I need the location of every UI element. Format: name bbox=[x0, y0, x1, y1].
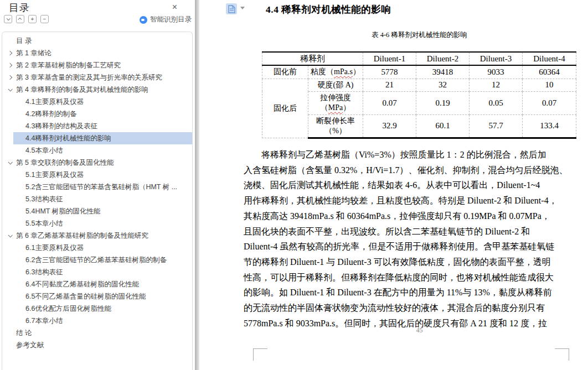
col-header: Diluent-3 bbox=[470, 52, 523, 65]
toc-item-label: 5.3结构表征 bbox=[2, 195, 63, 204]
toc-item[interactable]: 6.6优化配方后固化树脂性能 bbox=[2, 303, 192, 315]
toc-item-label: 5.2含三官能团链节的苯基含氢硅树脂（HMT 树 ... bbox=[2, 183, 177, 192]
value-cell: 0.07 bbox=[363, 91, 416, 114]
paragraph-line: 的无流动性的半固体膏状物变为流动性较好的液体，其混合后的黏度分别只有 bbox=[244, 300, 588, 316]
toc-item[interactable]: 6.5不同乙烯基含量的硅树脂的固化性能 bbox=[2, 290, 192, 303]
toc-item-label: 4.5本章小结 bbox=[2, 146, 63, 155]
toc-item[interactable]: 5.3结构表征 bbox=[2, 193, 192, 205]
toc-item[interactable]: 6.4不同黏度乙烯基硅树脂的固化性能 bbox=[2, 278, 192, 290]
page-number: 45 bbox=[244, 326, 588, 335]
value-cell: 0.05 bbox=[470, 91, 523, 114]
paragraph-line: 节的稀释剂 Diluent-1 与 Diluent-3 可以有效降低粘度，固化物… bbox=[244, 254, 588, 270]
stage-cell: 固化前 bbox=[262, 65, 308, 79]
toc-item[interactable]: 4.2稀释剂的制备 bbox=[2, 108, 192, 120]
toc-item-label: 第 5 章交联剂的制备及固化性能 bbox=[2, 158, 114, 168]
paragraph-line: 且固化块的表面不平整，出现波纹。所以含二苯基硅氧链节的 Diluent-2 和 bbox=[244, 224, 588, 239]
toc-item[interactable]: 目 录 bbox=[2, 35, 192, 47]
toc-item-label: 结 论 bbox=[2, 329, 32, 338]
smart-toc-label: 智能识别目录 bbox=[150, 15, 192, 24]
table-row: 拉伸强度 （MPa） 0.07 0.19 0.05 0.07 bbox=[262, 91, 576, 114]
toc-item[interactable]: 第 1 章绪论 bbox=[2, 47, 192, 59]
value-cell: 32 bbox=[416, 79, 470, 91]
value-cell: 60.1 bbox=[416, 114, 470, 138]
app-window: 目录 × + − 智能识别目录 目 录第 1 章绪论第 2 章苯基硅树脂的制备工… bbox=[0, 0, 588, 370]
toc-item-label: 第 2 章苯基硅树脂的制备工艺研究 bbox=[2, 61, 121, 70]
property-cell: 断裂伸长率 （%） bbox=[308, 114, 363, 138]
col-header: Diluent-2 bbox=[416, 52, 470, 65]
toc-item[interactable]: 4.5本章小结 bbox=[2, 144, 192, 157]
toc-item[interactable]: 5.1主要原料及仪器 bbox=[2, 169, 192, 181]
toc-item-label: 目 录 bbox=[2, 37, 32, 46]
table-row: 固化后 硬度(邵 A) 21 32 12 10 bbox=[262, 79, 576, 91]
property-cell: 拉伸强度 （MPa） bbox=[308, 91, 363, 114]
document-outline-icon bbox=[226, 3, 237, 14]
value-cell: 32.9 bbox=[363, 114, 416, 138]
toc-item[interactable]: 4.4稀释剂对机械性能的影响 bbox=[13, 132, 192, 144]
value-cell: 10 bbox=[523, 79, 576, 91]
toc-item-label: 6.7本章小结 bbox=[2, 316, 63, 326]
toc-item[interactable]: 6.7本章小结 bbox=[2, 315, 192, 327]
value-cell: 21 bbox=[363, 79, 416, 91]
toc-sidebar: 目录 × + − 智能识别目录 目 录第 1 章绪论第 2 章苯基硅树脂的制备工… bbox=[0, 0, 195, 370]
expand-level-button[interactable] bbox=[16, 15, 24, 23]
toc-item[interactable]: 6.2含三官能团链节的乙烯基苯基硅树脂的制备 bbox=[2, 254, 192, 266]
chevron-down-icon bbox=[240, 7, 245, 9]
value-cell: 133.4 bbox=[523, 114, 576, 138]
chevron-down-icon bbox=[7, 17, 11, 20]
toc-item[interactable]: 第 6 章乙烯基苯基硅树脂的制备及性能研究 bbox=[2, 230, 192, 242]
toc-item[interactable]: 参考文献 bbox=[2, 339, 192, 351]
page-margin-mark-right bbox=[555, 348, 569, 361]
paragraph-line: 性高，可以用于稀释剂。但稀释剂在降低粘度的同时，也将对机械性能造成很大 bbox=[244, 270, 588, 285]
toc-item[interactable]: 结 论 bbox=[2, 327, 192, 339]
plus-icon: + bbox=[31, 17, 34, 22]
paragraph-line: 将稀释剂与乙烯基树脂（Vi%=3%）按照质量比 1：2 的比例混合，然后加 bbox=[244, 147, 588, 163]
table-caption: 表 4-6 稀释剂对机械性能的影响 bbox=[244, 30, 588, 40]
paragraph-line: 浇模、固化后测试其机械性能，结果如表 4-6。从表中可以看出，Diluent-1… bbox=[244, 178, 588, 193]
value-cell: 5778 bbox=[363, 65, 416, 79]
table-row: 断裂伸长率 （%） 32.9 60.1 57.7 133.4 bbox=[262, 114, 576, 138]
property-cell: 硬度(邵 A) bbox=[308, 79, 363, 91]
value-cell: 9033 bbox=[470, 65, 523, 79]
table-row: 固化前 粘度（mPa.s） 5778 39418 9033 60364 bbox=[262, 65, 576, 79]
toc-item-label: 第 3 章苯基含量的测定及其与折光率的关系研究 bbox=[2, 73, 162, 82]
body-paragraph: 将稀释剂与乙烯基树脂（Vi%=3%）按照质量比 1：2 的比例混合，然后加入含氢… bbox=[244, 147, 588, 331]
toc-item[interactable]: 第 4 章稀释剂的制备及其对机械性能的影响 bbox=[2, 84, 192, 96]
spellcheck-underline: mPa.s bbox=[334, 67, 353, 76]
property-cell: 粘度（mPa.s） bbox=[308, 65, 363, 79]
col-header: Diluent-4 bbox=[523, 52, 576, 65]
toc-item[interactable]: 4.1主要原料及仪器 bbox=[2, 96, 192, 108]
value-cell: 12 bbox=[470, 79, 523, 91]
collapse-level-button[interactable] bbox=[4, 15, 12, 23]
paragraph-line: 的影响。如 Diluent-1 和 Diluent-3 在配方中的用量为 11%… bbox=[244, 285, 588, 300]
toc-item-label: 4.4稀释剂对机械性能的影响 bbox=[13, 134, 111, 143]
toc-item[interactable]: 5.5本章小结 bbox=[2, 217, 192, 230]
value-cell: 0.07 bbox=[523, 91, 576, 114]
expand-all-button[interactable]: + bbox=[28, 15, 37, 23]
toc-item[interactable]: 6.3结构表征 bbox=[2, 266, 192, 278]
toc-item[interactable]: 第 2 章苯基硅树脂的制备工艺研究 bbox=[2, 59, 192, 71]
toc-item-label: 6.4不同黏度乙烯基硅树脂的固化性能 bbox=[2, 280, 139, 289]
toc-item-label: 第 6 章乙烯基苯基硅树脂的制备及性能研究 bbox=[2, 231, 148, 241]
toc-item[interactable]: 第 3 章苯基含量的测定及其与折光率的关系研究 bbox=[2, 71, 192, 84]
collapse-all-button[interactable]: − bbox=[40, 15, 49, 23]
toc-item-label: 4.3稀释剂的结构及表征 bbox=[2, 122, 97, 131]
document-page: 4.4 稀释剂对机械性能的影响 表 4-6 稀释剂对机械性能的影响 稀释剂 Di… bbox=[199, 0, 588, 370]
toc-item-label: 第 4 章稀释剂的制备及其对机械性能的影响 bbox=[2, 85, 148, 95]
paragraph-line: Diluent-4 虽然有较高的折光率，但是不适用于做稀释剂使用。含甲基苯基硅氧… bbox=[244, 239, 588, 254]
value-cell: 57.7 bbox=[470, 114, 523, 138]
toc-item-label: 6.6优化配方后固化树脂性能 bbox=[2, 304, 111, 314]
toc-item[interactable]: 4.3稀释剂的结构及表征 bbox=[2, 120, 192, 132]
minus-icon: − bbox=[43, 17, 47, 22]
toc-item[interactable]: 6.1主要原料及仪器 bbox=[2, 242, 192, 254]
toc-item[interactable]: 5.4HMT 树脂的固化性能 bbox=[2, 205, 192, 217]
toc-item-label: 5.5本章小结 bbox=[2, 219, 63, 228]
stage-cell: 固化后 bbox=[262, 79, 308, 138]
paragraph-line: 其粘度高达 39418mPa.s 和 60364mPa.s，拉伸强度却只有 0.… bbox=[244, 209, 588, 224]
close-icon[interactable]: × bbox=[172, 2, 177, 12]
paragraph-tool-button[interactable] bbox=[226, 3, 245, 14]
toc-item[interactable]: 第 5 章交联剂的制备及固化性能 bbox=[2, 157, 192, 169]
paragraph-line: 用作稀释剂，其机械性能均较差，且粘度也较高。特别是 Diluent-2 和 Di… bbox=[244, 193, 588, 209]
value-cell: 0.19 bbox=[416, 91, 470, 114]
toc-item[interactable]: 5.2含三官能团链节的苯基含氢硅树脂（HMT 树 ... bbox=[2, 181, 192, 193]
smart-toc-button[interactable]: 智能识别目录 bbox=[140, 15, 192, 24]
